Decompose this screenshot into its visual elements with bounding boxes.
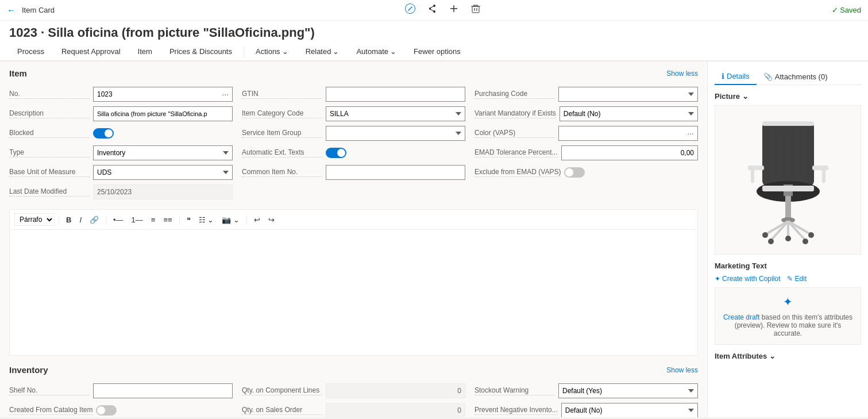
- prevent-negative-select[interactable]: Default (No): [561, 403, 698, 417]
- top-bar: ← Item Card ✓ Saved: [0, 0, 868, 21]
- nav-item[interactable]: Item: [130, 43, 160, 60]
- label-type: Type: [9, 148, 90, 157]
- label-qty-component-lines: Qty. on Component Lines: [242, 386, 322, 395]
- svg-point-24: [803, 239, 808, 244]
- link-button[interactable]: 🔗: [87, 214, 102, 226]
- field-stockout-warning: Stockout Warning Default (Yes): [474, 383, 698, 399]
- qty-component-lines-input: [326, 383, 465, 398]
- field-shelf-no: Shelf No.: [9, 383, 233, 399]
- italic-button[interactable]: I: [76, 214, 84, 226]
- bold-button[interactable]: B: [63, 214, 74, 226]
- top-bar-title: Item Card: [22, 6, 55, 14]
- field-purchasing-code: Purchasing Code: [474, 86, 698, 102]
- gtin-input[interactable]: [326, 87, 465, 102]
- label-last-date-modified: Last Date Modified: [9, 187, 90, 197]
- rich-editor-body[interactable]: [9, 229, 698, 356]
- label-common-item-no: Common Item No.: [242, 168, 322, 177]
- blocked-toggle[interactable]: [93, 128, 114, 139]
- item-category-select[interactable]: SILLA: [326, 106, 465, 121]
- field-qty-sales-order: Qty. on Sales Order: [242, 402, 465, 417]
- emad-tolerance-input[interactable]: [561, 145, 698, 160]
- nav-actions[interactable]: Actions ⌄: [248, 43, 296, 60]
- quote-button[interactable]: ❝: [184, 214, 194, 226]
- service-item-group-select[interactable]: [326, 126, 465, 141]
- right-panel: ℹ Details 📎 Attachments (0) Picture ⌄: [707, 61, 868, 417]
- copilot-star-icon: ✦: [722, 295, 854, 309]
- delete-icon-button[interactable]: [468, 1, 483, 19]
- add-icon-button[interactable]: [446, 1, 461, 19]
- redo-button[interactable]: ↪: [265, 214, 277, 226]
- item-section: Item Show less No. ··· GTIN Purcha: [9, 68, 698, 200]
- label-color-vaps: Color (VAPS): [474, 129, 555, 138]
- unordered-list-button[interactable]: •—: [110, 214, 126, 226]
- label-item-category: Item Category Code: [242, 109, 322, 118]
- automatic-ext-texts-toggle[interactable]: [326, 148, 346, 158]
- image-button[interactable]: 📷 ⌄: [219, 214, 242, 226]
- color-vaps-ellipsis-button[interactable]: ···: [684, 126, 698, 141]
- field-no: No. ···: [9, 86, 233, 102]
- picture-title[interactable]: Picture ⌄: [715, 92, 861, 101]
- base-unit-select[interactable]: UDS: [93, 165, 233, 180]
- chevron-down-icon: ⌄: [390, 47, 396, 56]
- form-area: Item Show less No. ··· GTIN Purcha: [0, 61, 707, 417]
- label-qty-sales-order: Qty. on Sales Order: [242, 406, 322, 415]
- item-section-header: Item Show less: [9, 68, 698, 80]
- item-fields-grid: No. ··· GTIN Purchasing Code: [9, 86, 698, 200]
- label-purchasing-code: Purchasing Code: [474, 90, 555, 99]
- paragraph-style-select[interactable]: Párrafo: [14, 213, 55, 226]
- create-draft-link[interactable]: Create draft: [723, 313, 759, 321]
- variant-mandatory-select[interactable]: Default (No): [560, 106, 698, 121]
- exclude-emad-toggle[interactable]: [564, 167, 585, 178]
- field-exclude-emad: Exclude from EMAD (VAPS): [474, 164, 698, 180]
- nav-request-approval[interactable]: Request Approval: [53, 43, 129, 60]
- toolbar-sep-2: [106, 215, 106, 224]
- item-attributes-title[interactable]: Item Attributes ⌄: [715, 352, 861, 360]
- no-ellipsis-button[interactable]: ···: [218, 87, 233, 102]
- purchasing-code-select[interactable]: [558, 87, 698, 102]
- svg-point-22: [808, 232, 814, 238]
- create-with-copilot-button[interactable]: ✦ Create with Copilot: [715, 275, 780, 283]
- tab-details[interactable]: ℹ Details: [715, 68, 757, 85]
- nav-prices-discounts[interactable]: Prices & Discounts: [161, 43, 240, 60]
- color-vaps-input[interactable]: [558, 126, 684, 141]
- item-show-less[interactable]: Show less: [666, 70, 698, 78]
- nav-process[interactable]: Process: [9, 43, 52, 60]
- label-stockout-warning: Stockout Warning: [474, 386, 555, 395]
- type-select[interactable]: Inventory: [93, 145, 233, 160]
- ordered-list-button[interactable]: 1—: [129, 214, 146, 226]
- svg-rect-11: [822, 166, 825, 183]
- indent-left-button[interactable]: ≡: [148, 214, 159, 226]
- main-layout: Item Show less No. ··· GTIN Purcha: [0, 61, 868, 417]
- svg-rect-14: [785, 196, 791, 219]
- item-section-title: Item: [9, 68, 27, 78]
- tab-attachments[interactable]: 📎 Attachments (0): [757, 68, 835, 84]
- marketing-text-body: ✦ Create draft based on this item's attr…: [715, 287, 861, 345]
- table-button[interactable]: ☷ ⌄: [196, 214, 217, 226]
- edit-marketing-text-button[interactable]: ✎ Edit: [787, 275, 807, 283]
- stockout-warning-select[interactable]: Default (Yes): [558, 383, 698, 398]
- field-description: Description: [9, 106, 233, 122]
- page-title: 1023 · Silla oficina (from picture "Sill…: [0, 21, 868, 43]
- inventory-show-less[interactable]: Show less: [666, 366, 698, 374]
- description-input[interactable]: [93, 106, 233, 121]
- edit-icon-button[interactable]: [403, 1, 418, 19]
- picture-section: Picture ⌄: [715, 92, 861, 255]
- field-prevent-negative: Prevent Negative Invento... Default (No): [474, 402, 698, 417]
- back-button[interactable]: ←: [7, 5, 16, 16]
- nav-fewer-options[interactable]: Fewer options: [406, 43, 469, 60]
- inventory-section-header: Inventory Show less: [9, 365, 698, 377]
- shelf-no-input[interactable]: [93, 383, 233, 398]
- common-item-no-input[interactable]: [326, 165, 465, 180]
- no-input[interactable]: [93, 87, 218, 102]
- indent-right-button[interactable]: ≡≡: [160, 214, 175, 226]
- undo-button[interactable]: ↩: [251, 214, 263, 226]
- share-icon-button[interactable]: [425, 1, 439, 19]
- marketing-text-section: Marketing Text ✦ Create with Copilot ✎ E…: [715, 262, 861, 345]
- svg-rect-26: [762, 186, 814, 191]
- nav-related[interactable]: Related ⌄: [298, 43, 348, 60]
- inventory-fields-grid: Shelf No. Qty. on Component Lines Stocko…: [9, 383, 698, 417]
- created-from-catalog-toggle[interactable]: [96, 405, 117, 416]
- rich-editor-toolbar: Párrafo B I 🔗 •— 1— ≡ ≡≡ ❝ ☷ ⌄ 📷 ⌄ ↩ ↪: [9, 209, 698, 229]
- copilot-icon: ✦: [715, 275, 720, 283]
- nav-automate[interactable]: Automate ⌄: [348, 43, 404, 60]
